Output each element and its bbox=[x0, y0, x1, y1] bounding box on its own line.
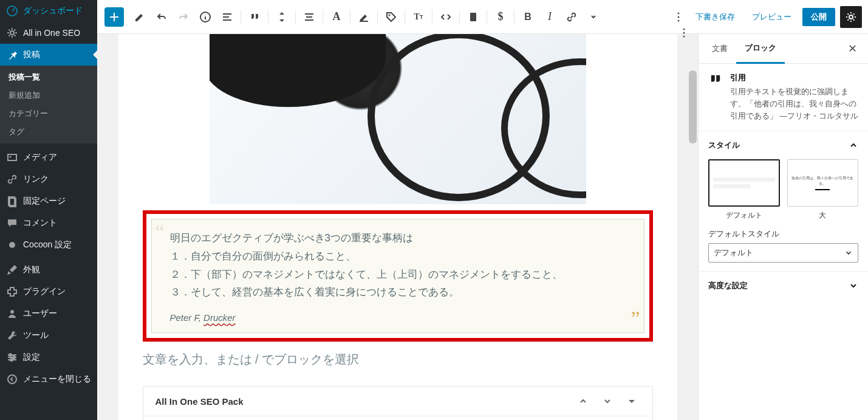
sidebar-subitem-posts-cat[interactable]: カテゴリー bbox=[0, 105, 97, 123]
currency-button[interactable]: $ bbox=[490, 6, 511, 28]
move-up-down-button[interactable] bbox=[271, 6, 293, 28]
sidebar-subitem-posts-list[interactable]: 投稿一覧 bbox=[0, 68, 97, 86]
header-actions: 下書き保存 プレビュー 公開 bbox=[689, 6, 868, 28]
default-style-label: デフォルトスタイル bbox=[708, 229, 858, 239]
align-button[interactable] bbox=[298, 6, 320, 28]
sidebar-item-comments[interactable]: コメント bbox=[0, 212, 97, 234]
sidebar-label-dashboard: ダッシュボード bbox=[23, 5, 83, 16]
sidebar-item-pages[interactable]: 固定ページ bbox=[0, 190, 97, 212]
metabox-up-button[interactable] bbox=[575, 395, 592, 407]
style-option-default[interactable]: デフォルト bbox=[708, 159, 780, 221]
italic-button[interactable]: I bbox=[539, 6, 561, 28]
sidebar-item-users[interactable]: ユーザー bbox=[0, 303, 97, 325]
editor-canvas: “ 明日のエグゼクティブが学ぶべき3つの重要な事柄は １．自分で自分の面倒がみら… bbox=[118, 34, 677, 420]
options-button[interactable] bbox=[668, 6, 689, 28]
metabox-down-button[interactable] bbox=[599, 395, 616, 407]
svg-point-22 bbox=[683, 36, 685, 38]
redo-button[interactable] bbox=[173, 6, 194, 28]
wrench-icon bbox=[6, 329, 18, 342]
undo-button[interactable] bbox=[151, 6, 173, 28]
tab-document[interactable]: 文書 bbox=[703, 35, 736, 63]
sidebar-item-settings[interactable]: 設定 bbox=[0, 346, 97, 368]
sidebar-item-tools[interactable]: ツール bbox=[0, 325, 97, 346]
sidebar-item-posts[interactable]: 投稿 bbox=[0, 44, 97, 66]
save-draft-button[interactable]: 下書き保存 bbox=[689, 8, 741, 26]
svg-point-3 bbox=[10, 156, 12, 158]
sidebar-item-dashboard[interactable]: ダッシュボード bbox=[0, 0, 97, 22]
svg-point-19 bbox=[849, 15, 853, 19]
more-richtext-button[interactable] bbox=[583, 6, 604, 28]
add-block-button[interactable] bbox=[104, 7, 124, 27]
metabox-header[interactable]: All In One SEO Pack bbox=[143, 387, 652, 416]
sidebar-item-aioseo[interactable]: All in One SEO bbox=[0, 22, 97, 44]
sidebar-label-users: ユーザー bbox=[23, 308, 57, 319]
highlight-button[interactable] bbox=[353, 6, 375, 28]
panel-close-button[interactable]: ✕ bbox=[842, 36, 863, 61]
sidebar-label-links: リンク bbox=[23, 174, 49, 185]
scrollbar-thumb[interactable] bbox=[689, 71, 697, 143]
svg-point-17 bbox=[678, 16, 680, 18]
tag-button[interactable] bbox=[380, 6, 402, 28]
editor-canvas-wrapper[interactable]: “ 明日のエグゼクティブが学ぶべき3つの重要な事柄は １．自分で自分の面倒がみら… bbox=[97, 34, 698, 420]
sidebar-subitem-posts-tag[interactable]: タグ bbox=[0, 123, 97, 141]
chevron-down-icon bbox=[844, 249, 853, 257]
metabox-toggle-button[interactable] bbox=[623, 395, 640, 407]
quote-text[interactable]: 明日のエグゼクティブが学ぶべき3つの重要な事柄は １．自分で自分の面倒がみられる… bbox=[170, 229, 626, 301]
brush-icon bbox=[6, 264, 18, 276]
comment-icon bbox=[6, 217, 18, 229]
sidebar-item-collapse[interactable]: メニューを閉じる bbox=[0, 368, 97, 390]
image-block[interactable] bbox=[210, 34, 586, 204]
font-size-button[interactable]: TT bbox=[408, 6, 429, 28]
default-style-select[interactable]: デフォルト bbox=[708, 243, 858, 263]
document-button[interactable] bbox=[462, 6, 484, 28]
svg-point-14 bbox=[389, 14, 391, 16]
bold-button[interactable]: B bbox=[517, 6, 539, 28]
default-block-appender[interactable]: 文章を入力、または / でブロックを選択 bbox=[143, 351, 653, 368]
code-button[interactable] bbox=[435, 6, 457, 28]
svg-point-21 bbox=[683, 32, 685, 34]
quote-block-selected[interactable]: “ 明日のエグゼクティブが学ぶべき3つの重要な事柄は １．自分で自分の面倒がみら… bbox=[143, 210, 653, 342]
publish-button[interactable]: 公開 bbox=[802, 8, 835, 26]
style-option-large[interactable]: 他者の引用は、我々自身への引用である。 大 bbox=[787, 159, 859, 221]
sidebar-item-appearance[interactable]: 外観 bbox=[0, 259, 97, 281]
sidebar-item-plugins[interactable]: プラグイン bbox=[0, 281, 97, 303]
pin-icon bbox=[6, 49, 18, 61]
pinned-plugin-button[interactable] bbox=[678, 27, 690, 39]
svg-point-7 bbox=[10, 310, 14, 314]
text-style-button[interactable]: A bbox=[326, 6, 347, 28]
style-panel-toggle[interactable]: スタイル bbox=[699, 131, 868, 159]
edit-mode-button[interactable] bbox=[129, 6, 151, 28]
link-button[interactable] bbox=[561, 6, 583, 28]
svg-point-9 bbox=[13, 356, 15, 359]
settings-gear-button[interactable] bbox=[840, 6, 862, 28]
advanced-panel-toggle[interactable]: 高度な設定 bbox=[699, 272, 868, 300]
collapse-icon bbox=[6, 373, 18, 385]
sidebar-item-links[interactable]: リンク bbox=[0, 168, 97, 190]
sidebar-item-cocoon[interactable]: Cocoon 設定 bbox=[0, 234, 97, 256]
svg-point-8 bbox=[9, 354, 12, 356]
default-style-value: デフォルト bbox=[714, 247, 753, 258]
block-info-title: 引用 bbox=[730, 72, 858, 83]
sliders-icon bbox=[6, 351, 18, 363]
link-icon bbox=[6, 173, 18, 185]
info-button[interactable] bbox=[194, 6, 216, 28]
sidebar-label-settings: 設定 bbox=[23, 352, 40, 363]
block-info-desc: 引用テキストを視覚的に強調します。「他者の引用は、我々自身への引用である」 —フ… bbox=[730, 86, 858, 122]
admin-sidebar: ダッシュボード All in One SEO 投稿 投稿一覧 新規追加 カテゴリ… bbox=[0, 0, 97, 420]
chevron-down-icon bbox=[849, 281, 858, 291]
quote-block-icon[interactable] bbox=[244, 6, 265, 28]
quote-citation[interactable]: Peter F, Drucker bbox=[170, 312, 626, 323]
block-info-section: 引用 引用テキストを視覚的に強調します。「他者の引用は、我々自身への引用である」… bbox=[699, 64, 868, 131]
outline-button[interactable] bbox=[216, 6, 238, 28]
tab-block[interactable]: ブロック bbox=[736, 34, 785, 64]
sidebar-label-appearance: 外観 bbox=[23, 264, 40, 275]
preview-button[interactable]: プレビュー bbox=[746, 8, 798, 26]
quote-open-icon: “ bbox=[155, 222, 165, 243]
sidebar-label-aioseo: All in One SEO bbox=[23, 28, 80, 38]
sidebar-subitem-posts-new[interactable]: 新規追加 bbox=[0, 86, 97, 105]
style-default-label: デフォルト bbox=[708, 210, 780, 221]
svg-rect-2 bbox=[8, 154, 16, 160]
sidebar-item-media[interactable]: メディア bbox=[0, 146, 97, 168]
style-panel-title: スタイル bbox=[708, 140, 740, 151]
svg-point-6 bbox=[9, 242, 15, 248]
